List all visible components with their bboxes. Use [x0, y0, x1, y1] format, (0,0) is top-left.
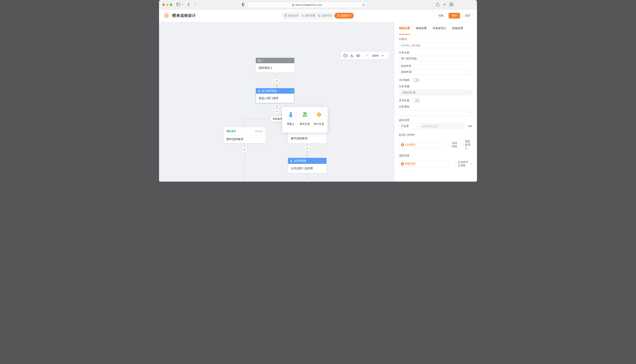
allow-edit-toggle[interactable]: [412, 78, 420, 82]
flow-canvas[interactable]: 录入 流程发起人 + 部门领导审批 × 发起人部门领导 + 添加条件 满足条件: [159, 22, 394, 182]
countersign-row: 是否会签: [399, 98, 473, 102]
orange-logo-icon: [163, 12, 170, 18]
node-gm-approve[interactable]: 总经理审批 公司总部 / 总经理: [288, 158, 326, 173]
chevron-down-icon: [469, 71, 471, 72]
popup-item-label: 审批人: [287, 122, 295, 126]
timeout-value-field[interactable]: [420, 124, 465, 129]
assignee-empty-label: 处理人为空时: [399, 133, 473, 137]
timeout-mode-select[interactable]: 不设置: [399, 124, 420, 129]
add-node-button[interactable]: +: [242, 148, 247, 152]
panel-tabs: 基础设置 按钮设置 任务处理人 其他设置: [394, 22, 477, 35]
radio-dot: [401, 162, 404, 166]
sidebar-chevron-icon[interactable]: [182, 4, 183, 5]
tab-label: 流程变量: [305, 14, 315, 17]
required-mark: *: [399, 65, 400, 68]
new-tab-icon[interactable]: [443, 3, 446, 6]
close-icon[interactable]: ×: [291, 90, 293, 92]
sidebar-icon[interactable]: [176, 3, 180, 6]
close-window-button[interactable]: [162, 4, 165, 6]
countersign-label: 是否会签: [399, 99, 409, 102]
task-notify-value: [399, 110, 473, 116]
panel-tab-button-settings[interactable]: 按钮设置: [416, 22, 427, 34]
radio-assign-handler[interactable]: 指定处理人: [462, 140, 473, 150]
popup-item-approver[interactable]: 审批人: [285, 109, 297, 132]
tab-process-design[interactable]: 流程设计: [334, 13, 354, 18]
share-icon[interactable]: [436, 2, 439, 6]
radio-current-node-approval[interactable]: 从当前节点审批: [455, 160, 473, 167]
task-id-field[interactable]: [399, 42, 473, 48]
approver-icon: [290, 160, 293, 162]
variable-tag-label: 报销金额: [403, 91, 412, 94]
app-header: 橙单流程设计 基础信息 流程变量 流程状态 流程设计 切换 保存 返回: [159, 10, 477, 22]
remove-tag-icon[interactable]: ×: [413, 91, 415, 94]
address-bar[interactable]: demo.orangeforms.com: [247, 2, 367, 8]
minimize-window-button[interactable]: [166, 4, 168, 6]
radio-dot: [462, 143, 464, 146]
open-file-icon[interactable]: [343, 54, 347, 58]
task-name-field[interactable]: [399, 56, 473, 62]
form-icon: [284, 14, 287, 17]
condition-body: 条件流转路径: [288, 134, 310, 142]
back-icon[interactable]: [187, 3, 190, 6]
radio-restart-approval[interactable]: 重新审批: [399, 161, 450, 167]
node-type-popup: 审批人 条件分支 并行分支: [282, 107, 328, 132]
radio-auto-reject[interactable]: 自动拒绝: [449, 142, 458, 148]
panel-tab-other-settings[interactable]: 其他设置: [452, 22, 463, 34]
timeout-label: 超时设置: [399, 118, 473, 122]
node-start[interactable]: 录入 流程发起人: [256, 58, 294, 72]
radio-dot: [401, 143, 404, 146]
condition-branch-icon: [302, 112, 308, 118]
radio-auto-approve[interactable]: 自动通过: [399, 142, 445, 148]
task-notify-select[interactable]: [399, 110, 473, 116]
add-node-button[interactable]: +: [274, 79, 279, 84]
tab-basic-info[interactable]: 基础信息: [284, 14, 299, 17]
app-brand: 橙单流程设计: [163, 12, 196, 18]
back-button[interactable]: 返回: [462, 13, 473, 18]
fullscreen-window-button[interactable]: [170, 4, 172, 6]
online-form-label: * 在线表单: [399, 64, 473, 68]
privacy-shield-icon[interactable]: [242, 2, 245, 7]
reload-icon[interactable]: [362, 4, 365, 6]
radio-dot: [455, 162, 457, 166]
popup-item-condition-branch[interactable]: 条件分支: [299, 109, 311, 132]
approver-icon: [258, 90, 260, 92]
allow-edit-label: 允许编辑: [399, 78, 409, 82]
download-icon[interactable]: [350, 54, 354, 58]
add-node-button[interactable]: +: [274, 109, 279, 114]
online-form-label-text: 在线表单: [401, 64, 411, 68]
parallel-branch-circle: [313, 109, 325, 120]
task-variables-select[interactable]: 报销金额 ×: [399, 90, 473, 95]
approver-icon: [288, 112, 294, 118]
toggle-knob: [412, 78, 415, 82]
online-form-select[interactable]: 报销申请: [399, 69, 473, 75]
reject-settings-label: 退回设置: [399, 154, 473, 158]
node-gm-approve-header: 总经理审批: [288, 158, 326, 164]
preview-eye-icon[interactable]: [356, 54, 360, 57]
zoom-out-button[interactable]: −: [365, 54, 369, 58]
popup-item-label: 条件分支: [300, 122, 310, 126]
lock-icon: [292, 4, 294, 6]
tab-process-status[interactable]: 流程状态: [318, 14, 332, 17]
online-form-value: 报销申请: [399, 69, 473, 75]
page-title: 橙单流程设计: [172, 13, 196, 18]
zoom-in-button[interactable]: +: [381, 54, 384, 58]
header-actions: 切换 保存 返回: [436, 13, 473, 18]
tab-overview-icon[interactable]: [450, 3, 453, 6]
save-button[interactable]: 保存: [449, 13, 460, 18]
add-node-button[interactable]: +: [305, 146, 310, 151]
switch-button[interactable]: 切换: [436, 13, 447, 18]
radio-dot: [449, 143, 451, 146]
condition-priority: 优先级1: [255, 130, 263, 133]
panel-tab-task-assignee[interactable]: 任务处理人: [433, 22, 446, 34]
countersign-toggle[interactable]: [412, 98, 420, 102]
forward-icon[interactable]: [194, 3, 196, 6]
timeout-unit: 小时: [467, 124, 473, 128]
tab-process-variables[interactable]: 流程变量: [301, 14, 315, 17]
node-condition-left[interactable]: 满足条件 优先级1 条件流转路径: [224, 127, 266, 143]
node-dept-approve-header: 部门领导审批 ×: [256, 88, 294, 94]
node-dept-approve[interactable]: 部门领导审批 × 发起人部门领导: [256, 88, 294, 103]
node-gm-approve-body: 公司总部 / 总经理: [288, 164, 326, 173]
chevron-down-icon: [416, 126, 418, 127]
popup-item-parallel-branch[interactable]: 并行分支: [313, 109, 325, 132]
panel-tab-basic-settings[interactable]: 基础设置: [399, 22, 410, 34]
